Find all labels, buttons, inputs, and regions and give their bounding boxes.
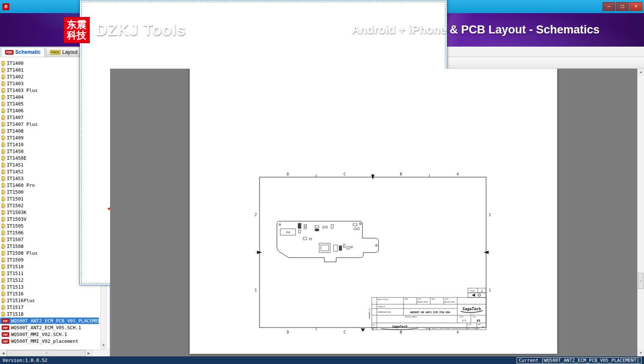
splitter-collapse-icon[interactable]: ◀: [107, 206, 110, 211]
connector-label: J00: [286, 231, 290, 233]
tree-item-label: IT1511: [7, 271, 24, 276]
scroll-left-icon[interactable]: ◀: [0, 350, 7, 356]
viewer-vertical-scrollbar[interactable]: ▲ ≡ ▼: [637, 69, 644, 356]
tree-item-pdf[interactable]: PDFWQ500T_ANT2_ECM_V05.SCH.1: [0, 324, 99, 331]
tab-schematic[interactable]: PDF Schematic: [1, 47, 45, 57]
book-icon: [2, 142, 5, 147]
pdf-icon: PDF: [2, 332, 9, 337]
tree-item-label: IT1403: [7, 81, 24, 86]
tree-item-label: IT1503V: [7, 217, 26, 222]
zone-letter: C: [344, 331, 346, 334]
book-icon: [2, 278, 5, 283]
tree-item-label: IT1513: [7, 284, 24, 290]
name-label: NAME: [431, 298, 435, 300]
tree-item-label: WQ500T_MMI_V02.SCH.1: [11, 332, 67, 337]
libelle-label: LIBELLE: [378, 306, 385, 308]
sheet-value: 1/2: [462, 319, 466, 322]
grip-icon: ≡: [640, 279, 642, 283]
book-icon: [2, 244, 5, 249]
scroll-right-icon[interactable]: ▶: [86, 350, 92, 356]
drawing-title: WQ500T N9 ANT2 ECM PCB V04: [410, 311, 450, 314]
tree-item-label: IT1450E: [7, 156, 26, 161]
scrollbar-thumb-horizontal[interactable]: ≡: [7, 350, 86, 356]
zone-letter: D: [287, 172, 289, 176]
tree-item-label: IT1406: [7, 108, 24, 114]
tab-layout[interactable]: PADS Layout: [46, 47, 82, 57]
tree-item-label: IT1510: [7, 264, 24, 270]
sidebar-horizontal-scrollbar[interactable]: ◀ ≡ ▶: [0, 350, 109, 356]
tree-item-label: IT1409: [7, 135, 24, 141]
book-icon: [2, 102, 5, 106]
tree-item-label: IT1408: [7, 128, 24, 134]
brand-logo: 东震 科技: [64, 17, 90, 43]
pcb-outline: [277, 221, 379, 262]
document-panel: Page: / 2 ◀ ▶ ↔ ⊖ ⊕ Find: ◀ ▶ Aa: [110, 57, 644, 356]
tree-item-label: IT1450: [7, 149, 24, 154]
rev-date-label: DATE: [373, 327, 376, 329]
close-button[interactable]: ×: [630, 2, 642, 11]
zone-number: 2: [255, 213, 257, 217]
minimize-button[interactable]: –: [603, 2, 615, 11]
tree-item-label: IT1508 Plus: [7, 250, 38, 256]
side-label: DRAWING A3: [368, 308, 370, 319]
zone-number: 1: [255, 289, 257, 292]
grip-icon: ≡: [44, 352, 48, 354]
zone-letter: A: [457, 172, 459, 176]
scroll-down-icon[interactable]: ▼: [638, 350, 644, 356]
tree-item-folder[interactable]: IT1518: [0, 311, 99, 317]
book-icon: [2, 312, 5, 317]
book-icon: [2, 81, 5, 86]
book-icon: [2, 217, 5, 222]
tree-item-pdf[interactable]: PDFWQ500T_MMI_V02_placement: [0, 338, 99, 345]
scroll-down-icon[interactable]: ▼: [101, 342, 106, 348]
rev-label: REV: [373, 324, 375, 326]
book-icon: [2, 231, 5, 235]
book-icon: [2, 115, 5, 120]
tree-item-folder[interactable]: IT1516: [0, 290, 99, 297]
company-sub: P C B: [470, 313, 474, 315]
tree-item-label: IT1453: [7, 176, 24, 181]
scrollbar-thumb[interactable]: ≡: [638, 273, 644, 289]
main-area: IT1400IT1401IT1402IT1403IT1403 PlusIT140…: [0, 57, 644, 356]
tree-item-label: IT1518: [7, 311, 24, 317]
book-icon: [2, 210, 5, 215]
zone-number: 2: [489, 213, 491, 217]
book-icon: [2, 149, 5, 154]
company-logo-2: SagaTech: [392, 325, 408, 328]
scroll-up-icon[interactable]: ▲: [638, 69, 644, 75]
book-icon: [2, 197, 5, 201]
company-logo: SagaTech: [462, 307, 481, 311]
book-icon: [2, 190, 5, 195]
pdf-viewer[interactable]: D C B A D C B A 2 1 2 1: [110, 69, 644, 356]
zone-number: 1: [489, 289, 491, 292]
tree-item-folder[interactable]: IT1517: [0, 304, 99, 311]
book-icon: [2, 136, 5, 140]
tree-item-label: WQ500T_ANT2_ECM_V05.SCH.1: [11, 325, 81, 331]
maximize-button[interactable]: □: [616, 2, 629, 11]
size-label: SIZE: [473, 316, 476, 318]
tree-item-pdf[interactable]: PDFWQ500T_ANT2_ECM_PCB_V05_PLACEMENT: [0, 317, 99, 324]
book-icon: [2, 88, 5, 93]
book-icon: [2, 68, 5, 72]
date-label: DATE: [445, 298, 448, 300]
tree-item-folder[interactable]: IT1516Plus: [0, 297, 99, 304]
tree-item-label: IT1505: [7, 223, 24, 229]
logo-line2: 科技: [67, 30, 86, 40]
book-icon: [2, 129, 5, 133]
zone-letter: A: [457, 331, 459, 334]
tree-item-label: IT1509: [7, 257, 24, 263]
app-window: 东 DZKJ Schematics – □ × 东震 科技 DZKJ Tools…: [0, 0, 644, 364]
book-icon: [2, 122, 5, 127]
book-icon: [2, 251, 5, 256]
tree-item-label: IT1402: [7, 74, 24, 80]
book-icon: [2, 156, 5, 161]
pdf-icon: PDF: [2, 319, 9, 323]
tree-item-label: IT1508: [7, 244, 24, 249]
book-icon: [2, 298, 5, 303]
tree-item-label: WQ500T_ANT2_ECM_PCB_V05_PLACEMENT: [11, 318, 99, 324]
book-icon: [2, 203, 5, 208]
tree-item-label: IT1452: [7, 169, 24, 175]
tree-item-pdf[interactable]: PDFWQ500T_MMI_V02.SCH.1: [0, 331, 99, 338]
tab-schematic-label: Schematic: [15, 49, 41, 55]
pads-icon: PADS: [50, 50, 61, 55]
